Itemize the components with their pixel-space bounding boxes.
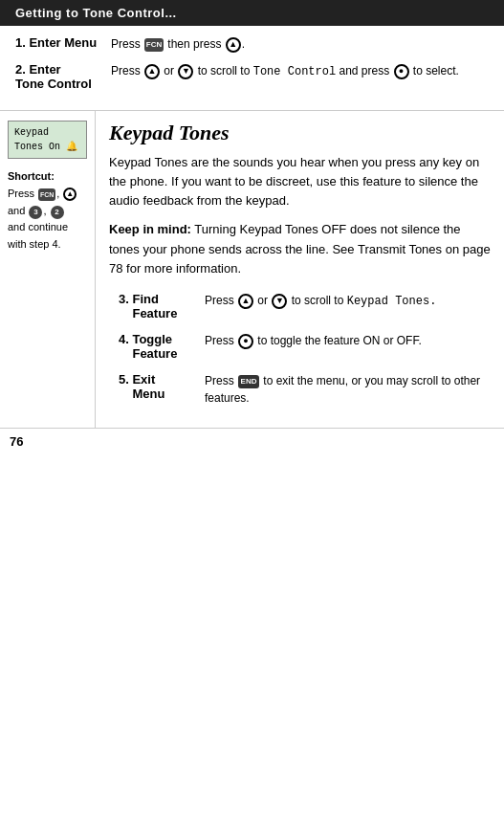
- fcn-key-icon: FCN: [144, 38, 164, 52]
- up-key-2-icon: ▲: [144, 64, 160, 79]
- step3-up-icon: ▲: [238, 294, 253, 309]
- sidebar: Keypad Tones On 🔔 Shortcut: Press FCN, ▲…: [0, 111, 96, 428]
- lcd-line1: Keypad: [14, 125, 80, 140]
- main-content: Keypad Tones On 🔔 Shortcut: Press FCN, ▲…: [0, 111, 504, 428]
- shortcut-line2: and 3, 2: [8, 203, 87, 220]
- end-key-icon: END: [238, 375, 259, 388]
- page-number: 76: [10, 434, 23, 449]
- step-4-action: Press ● to toggle the feature ON or OFF.: [205, 332, 422, 349]
- content-area: Keypad Tones Keypad Tones are the sounds…: [96, 111, 504, 428]
- keep-in-mind-label: Keep in mind:: [109, 222, 191, 236]
- header-steps: 1. Enter Menu Press FCN then press ▲. 2.…: [0, 26, 504, 111]
- header-bar: Getting to Tone Control...: [0, 0, 504, 26]
- content-step-4: 4. Toggle Feature Press ● to toggle the …: [119, 332, 491, 361]
- down-key-icon: ▼: [178, 64, 193, 79]
- section-title: Keypad Tones: [109, 121, 491, 145]
- content-step-3: 3. Find Feature Press ▲ or ▼ to scroll t…: [119, 292, 491, 321]
- header-title: Getting to Tone Control...: [15, 6, 177, 20]
- step-2-action: Press ▲ or ▼ to scroll to Tone Control a…: [111, 62, 459, 80]
- lcd-line2: Tones On 🔔: [14, 140, 80, 154]
- shortcut-line3: and continue: [8, 219, 87, 236]
- lcd-icon: 🔔: [66, 142, 77, 152]
- content-steps: 3. Find Feature Press ▲ or ▼ to scroll t…: [109, 292, 491, 407]
- step-3-action: Press ▲ or ▼ to scroll to Keypad Tones.: [205, 292, 436, 310]
- section-description: Keypad Tones are the sounds you hear whe…: [109, 153, 491, 210]
- shortcut-2-icon: 2: [51, 206, 64, 219]
- step4-select-icon: ●: [238, 334, 253, 349]
- shortcut-fcn-icon: FCN: [38, 188, 55, 201]
- shortcut-3-icon: 3: [29, 206, 42, 219]
- tone-control-text: Tone Control: [253, 65, 336, 78]
- select-key-icon: ●: [394, 64, 409, 79]
- step-2-label: 2. EnterTone Control: [15, 62, 111, 91]
- up-key-icon: ▲: [226, 37, 241, 53]
- step-5-label: 5. Exit Menu: [119, 372, 205, 401]
- step-1-label: 1. Enter Menu: [15, 35, 111, 50]
- shortcut-text: Press FCN, ▲ and 3, 2 and continue with …: [8, 186, 87, 253]
- shortcut-up-icon: ▲: [63, 188, 77, 201]
- step-1-action: Press FCN then press ▲.: [111, 35, 245, 53]
- header-step-1: 1. Enter Menu Press FCN then press ▲.: [15, 35, 489, 53]
- header-step-2: 2. EnterTone Control Press ▲ or ▼ to scr…: [15, 62, 489, 91]
- page-number-area: 76: [0, 428, 504, 454]
- shortcut-line4: with step 4.: [8, 236, 87, 254]
- lcd-display: Keypad Tones On 🔔: [8, 121, 87, 159]
- shortcut-line1: Press FCN, ▲: [8, 186, 87, 203]
- keypad-tones-text: Keypad Tones.: [347, 295, 437, 308]
- step-5-action: Press END to exit the menu, or you may s…: [205, 372, 491, 407]
- shortcut-label: Shortcut:: [8, 170, 87, 182]
- step-3-label: 3. Find Feature: [119, 292, 205, 321]
- content-step-5: 5. Exit Menu Press END to exit the menu,…: [119, 372, 491, 407]
- step3-down-icon: ▼: [272, 294, 287, 309]
- keep-in-mind: Keep in mind: Turning Keypad Tones OFF d…: [109, 220, 491, 277]
- step-4-label: 4. Toggle Feature: [119, 332, 205, 361]
